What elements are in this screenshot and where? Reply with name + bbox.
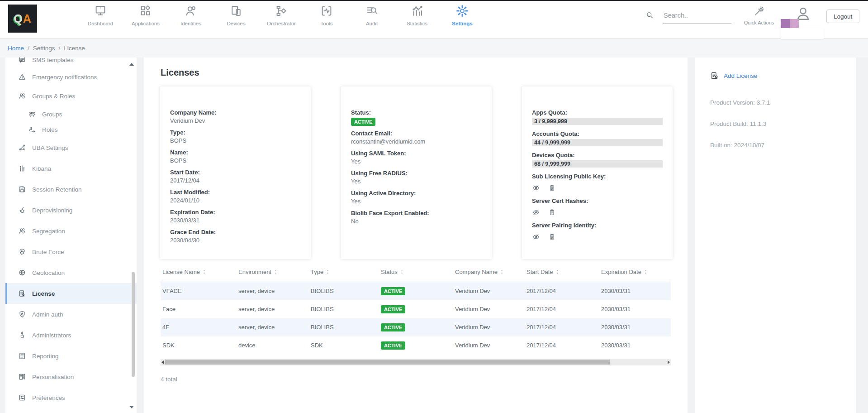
quota-bar: 44 / 9,999,999 (532, 139, 663, 146)
copy-icon[interactable] (548, 184, 556, 192)
column-header-start-date[interactable]: Start Date (525, 269, 599, 282)
nav-label: Orchestrator (267, 21, 296, 26)
secret-server-pairing-identity: Server Pairing Identity: (532, 222, 663, 241)
table-row[interactable]: VFACEserver, deviceBIOLIBSACTIVEVeridium… (161, 282, 671, 300)
table-horizontal-scrollbar[interactable] (161, 359, 671, 365)
sidebar-item-label: Emergency notifications (32, 74, 97, 81)
copy-icon[interactable] (548, 208, 556, 216)
sidebar-item-admin-auth[interactable]: Admin auth (5, 304, 137, 325)
sidebar-item-kibana[interactable]: Kibana (5, 158, 137, 179)
eye-off-icon[interactable] (532, 233, 540, 241)
admin-auth-icon (18, 310, 26, 318)
sidebar-item-brute-force[interactable]: Brute Force (5, 241, 137, 262)
secret-sub-licensing-public-key: Sub Licensing Public Key: (532, 173, 663, 192)
table-row[interactable]: Faceserver, deviceBIOLIBSACTIVEVeridium … (161, 300, 671, 318)
row-status-badge: ACTIVE (381, 323, 405, 331)
sidebar-scroll-down-arrow[interactable] (129, 406, 134, 408)
sidebar-item-label: Segregation (32, 228, 65, 235)
sort-icon (399, 269, 405, 276)
field-company-name: Company Name:Veridium Dev (170, 109, 301, 124)
sidebar-item-deprovisioning[interactable]: Deprovisioning (5, 200, 137, 221)
sidebar-item-sms-templates[interactable]: SMS templates (5, 58, 137, 68)
nav-label: Tools (321, 21, 333, 26)
nav-item-tools[interactable]: Tools (304, 4, 349, 26)
theme-swatch-light[interactable] (790, 19, 799, 28)
copy-icon[interactable] (548, 233, 556, 241)
nav-item-orchestrator[interactable]: Orchestrator (259, 4, 304, 26)
dashboard-icon (94, 4, 107, 18)
nav-item-settings[interactable]: Settings (440, 4, 485, 26)
sidebar-item-segregation[interactable]: Segregation (5, 221, 137, 241)
sidebar-item-label: Roles (42, 126, 58, 133)
sidebar-item-label: Deprovisioning (32, 207, 72, 214)
sort-icon (273, 269, 279, 276)
quota-bar: 68 / 9,999,999 (532, 160, 663, 168)
column-header-company-name[interactable]: Company Name (453, 269, 525, 282)
personalisation-icon (18, 373, 26, 381)
eye-off-icon[interactable] (532, 208, 540, 216)
nav-label: Settings (452, 21, 472, 26)
sidebar-item-internationalisation[interactable]: Internationalisation (5, 408, 137, 413)
nav-item-dashboard[interactable]: Dashboard (78, 4, 123, 26)
column-header-environment[interactable]: Environment (237, 269, 309, 282)
sidebar-item-administrators[interactable]: Administrators (5, 325, 137, 346)
app-logo[interactable]: QA (8, 5, 37, 33)
sidebar-item-personalisation[interactable]: Personalisation (5, 366, 137, 387)
table-row[interactable]: 4Fserver, deviceBIOLIBSACTIVEVeridium De… (161, 318, 671, 336)
table-scrollbar-thumb[interactable] (165, 360, 610, 365)
add-license-button[interactable]: Add License (710, 71, 856, 80)
breadcrumb-home[interactable]: Home (8, 45, 24, 52)
column-header-status[interactable]: Status (379, 269, 453, 282)
sidebar-item-emergency-notifications[interactable]: Emergency notifications (5, 68, 137, 86)
sort-icon (201, 269, 207, 276)
magic-wand-icon (753, 5, 765, 17)
sidebar-item-groups[interactable]: Groups (5, 106, 137, 122)
global-search (645, 11, 731, 24)
sort-icon (643, 269, 649, 276)
kibana-icon (18, 164, 26, 173)
sidebar-item-license[interactable]: License (5, 283, 137, 304)
sidebar-item-label: Preferences (32, 394, 65, 401)
breadcrumb-settings: Settings (33, 45, 55, 52)
sidebar-item-uba-settings[interactable]: UBA Settings (5, 137, 137, 158)
search-input[interactable] (663, 11, 731, 24)
nav-item-identities[interactable]: Identities (168, 4, 213, 26)
nav-item-statistics[interactable]: Statistics (394, 4, 440, 26)
sidebar-item-reporting[interactable]: Reporting (5, 346, 137, 366)
nav-item-applications[interactable]: Applications (123, 4, 168, 26)
sidebar-item-label: Brute Force (32, 249, 64, 255)
sidebar-item-label: SMS templates (32, 58, 74, 63)
main-navigation: DashboardApplicationsIdentitiesDevicesOr… (78, 4, 485, 26)
nav-item-audit[interactable]: Audit (349, 4, 394, 26)
sidebar-scroll-up-arrow[interactable] (129, 63, 134, 66)
table-row[interactable]: SDKdeviceSDKACTIVEVeridium Dev2017/12/04… (161, 336, 671, 355)
eye-off-icon[interactable] (532, 184, 540, 192)
product-build: Product Build: 11.1.3 (710, 120, 856, 127)
sidebar-item-groups-roles[interactable]: Groups & Roles (5, 86, 137, 106)
scroll-left-arrow[interactable] (161, 360, 164, 364)
administrators-icon (18, 331, 26, 339)
sidebar-item-roles[interactable]: Roles (5, 122, 137, 137)
theme-swatches[interactable] (781, 19, 799, 28)
brute-force-icon (18, 248, 26, 256)
quick-actions-button[interactable]: Quick Actions (742, 5, 776, 25)
sidebar-scrollbar-thumb[interactable] (132, 272, 135, 377)
audit-icon (365, 4, 379, 18)
logout-button[interactable]: Logout (826, 10, 859, 23)
sidebar-item-label: Reporting (32, 353, 59, 360)
sidebar-item-geolocation[interactable]: Geolocation (5, 262, 137, 283)
field-contact-email: Contact Email:rconstantin@veridiumid.com (351, 130, 482, 145)
sidebar-item-label: Admin auth (32, 311, 63, 318)
field-start-date: Start Date:2017/12/04 (170, 169, 301, 184)
column-header-type[interactable]: Type (309, 269, 379, 282)
sidebar-item-preferences[interactable]: Preferences (5, 387, 137, 408)
nav-label: Audit (366, 21, 378, 26)
column-header-expiration-date[interactable]: Expiration Date (599, 269, 671, 282)
nav-item-devices[interactable]: Devices (213, 4, 259, 26)
sidebar-item-label: Kibana (32, 165, 51, 172)
scroll-right-arrow[interactable] (668, 360, 670, 364)
licenses-table-area: License NameEnvironmentTypeStatusCompany… (161, 269, 671, 383)
column-header-license-name[interactable]: License Name (161, 269, 237, 282)
theme-swatch-dark[interactable] (781, 19, 790, 28)
sidebar-item-session-retention[interactable]: Session Retention (5, 179, 137, 200)
